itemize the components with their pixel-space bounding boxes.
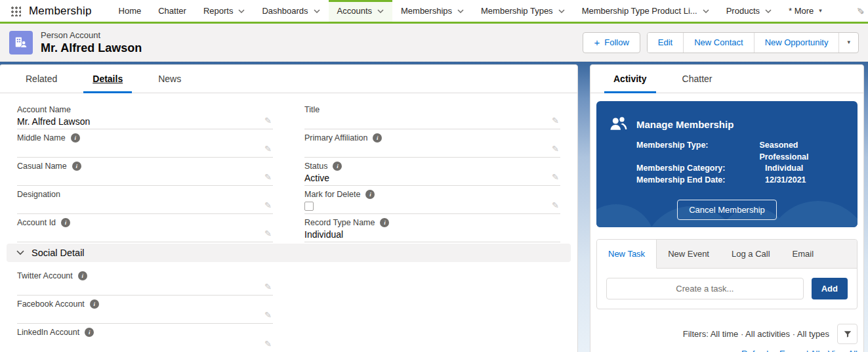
- chevron-down-icon[interactable]: [457, 9, 464, 13]
- chevron-down-icon[interactable]: [314, 9, 320, 13]
- nav-tab-accounts[interactable]: Accounts: [329, 0, 392, 22]
- edit-pencil-icon[interactable]: ✎: [264, 172, 272, 182]
- field-value: [17, 282, 273, 294]
- detail-form-right-column: Title ✎ Primary Affiliation i ✎ Status i…: [304, 101, 560, 242]
- field-value: [17, 311, 273, 322]
- person-account-icon: [9, 31, 33, 55]
- tab-news[interactable]: News: [149, 65, 190, 93]
- record-title-block: Person Account Mr. Alfred Lawson: [41, 30, 142, 55]
- info-icon[interactable]: i: [85, 328, 94, 337]
- add-task-button[interactable]: Add: [812, 278, 848, 299]
- info-icon[interactable]: i: [365, 190, 375, 199]
- field-value: Mr. Alfred Lawson: [17, 116, 273, 127]
- tab-email[interactable]: Email: [781, 240, 825, 268]
- edit-pencil-icon[interactable]: ✎: [552, 144, 559, 154]
- chevron-down-icon: [16, 250, 24, 255]
- section-social-detail[interactable]: Social Detail: [7, 244, 571, 262]
- app-launcher-waffle-icon[interactable]: [10, 6, 21, 16]
- edit-pencil-icon[interactable]: ✎: [264, 116, 272, 125]
- follow-button[interactable]: + Follow: [583, 32, 640, 53]
- cloud-decoration: [596, 204, 655, 227]
- app-nav-bar: Membership Home Chatter Reports Dashboar…: [0, 0, 868, 24]
- expand-all-link[interactable]: Expand All: [779, 349, 819, 352]
- refresh-link[interactable]: Refresh: [741, 349, 772, 352]
- edit-pencil-icon[interactable]: ✎: [552, 200, 559, 210]
- info-icon[interactable]: i: [333, 162, 342, 171]
- info-icon[interactable]: i: [78, 271, 87, 280]
- info-icon[interactable]: i: [71, 133, 80, 143]
- chevron-down-icon[interactable]: [765, 9, 772, 13]
- chevron-down-icon[interactable]: [377, 9, 384, 13]
- info-icon[interactable]: i: [380, 218, 389, 227]
- field-value: [17, 339, 273, 350]
- membership-info-rows: Membership Type: Seasoned Professional M…: [636, 140, 846, 186]
- more-actions-dropdown[interactable]: ▾: [839, 33, 858, 53]
- edit-pencil-icon[interactable]: ✎: [264, 200, 272, 210]
- action-button-group: Edit New Contact New Opportunity ▾: [647, 32, 859, 53]
- new-opportunity-button[interactable]: New Opportunity: [754, 33, 840, 53]
- nav-tab-dashboards[interactable]: Dashboards: [253, 0, 328, 22]
- field-facebook-account: Facebook Account i ✎: [17, 296, 273, 324]
- field-title: Title ✎: [304, 101, 560, 129]
- detail-tabs: Related Details News: [0, 65, 577, 93]
- field-casual-name: Casual Name i ✎: [17, 158, 273, 186]
- edit-pencil-icon[interactable]: ✎: [552, 172, 559, 182]
- new-contact-button[interactable]: New Contact: [684, 33, 754, 53]
- nav-tab-membership-type-product-lineitems[interactable]: Membership Type Product Li...: [573, 0, 718, 22]
- nav-tab-reports[interactable]: Reports: [195, 0, 254, 22]
- nav-tab-memberships[interactable]: Memberships: [392, 0, 472, 22]
- chevron-down-icon[interactable]: [558, 9, 565, 13]
- plus-icon: +: [594, 37, 600, 47]
- tab-related[interactable]: Related: [16, 65, 66, 93]
- nav-tab-products[interactable]: Products: [718, 0, 780, 22]
- edit-pencil-icon[interactable]: ✎: [264, 310, 272, 320]
- cancel-membership-button[interactable]: Cancel Membership: [677, 200, 777, 220]
- dropdown-triangle-icon[interactable]: ▾: [819, 8, 822, 14]
- detail-form-left-column: Account Name Mr. Alfred Lawson ✎ Middle …: [17, 101, 273, 242]
- field-value: Individual: [304, 229, 560, 240]
- filter-button[interactable]: [837, 324, 858, 344]
- nav-tab-membership-types[interactable]: Membership Types: [472, 0, 573, 22]
- nav-tab-chatter[interactable]: Chatter: [150, 0, 195, 22]
- edit-pencil-icon[interactable]: ✎: [552, 116, 559, 125]
- edit-button[interactable]: Edit: [648, 33, 684, 53]
- edit-pencil-icon[interactable]: ✎: [264, 339, 272, 349]
- tab-chatter-panel[interactable]: Chatter: [673, 65, 722, 93]
- manage-membership-card: Manage Membership Membership Type: Seaso…: [596, 101, 858, 227]
- edit-pencil-icon[interactable]: ✎: [264, 229, 272, 238]
- activity-panel-card: Activity Chatter Manage Membership Membe…: [590, 64, 864, 352]
- tab-activity[interactable]: Activity: [604, 65, 656, 93]
- field-designation: Designation ✎: [17, 186, 273, 214]
- manage-membership-header: Manage Membership: [608, 114, 846, 134]
- field-mark-for-delete: Mark for Delete i ✎: [304, 186, 560, 214]
- field-linkedin-account: LinkedIn Account i ✎: [17, 324, 273, 352]
- field-value: [304, 116, 560, 127]
- composer-body: Add: [597, 269, 857, 309]
- tab-new-event[interactable]: New Event: [657, 240, 720, 268]
- mark-for-delete-checkbox[interactable]: [304, 202, 314, 211]
- nav-tab-more[interactable]: * More ▾: [780, 0, 831, 22]
- info-icon[interactable]: i: [61, 218, 70, 227]
- field-value: [17, 229, 273, 240]
- tab-new-task[interactable]: New Task: [597, 240, 657, 269]
- edit-pencil-icon[interactable]: ✎: [264, 144, 272, 154]
- edit-nav-pencil-icon[interactable]: ✎: [844, 7, 866, 15]
- record-header: Person Account Mr. Alfred Lawson + Follo…: [0, 24, 868, 62]
- info-icon[interactable]: i: [72, 162, 81, 171]
- tab-log-a-call[interactable]: Log a Call: [720, 240, 781, 268]
- info-icon[interactable]: i: [90, 299, 99, 309]
- tab-details[interactable]: Details: [83, 65, 132, 93]
- chevron-down-icon[interactable]: [238, 9, 245, 13]
- edit-pencil-icon[interactable]: ✎: [264, 282, 272, 292]
- entity-type-label: Person Account: [41, 30, 142, 40]
- view-all-link[interactable]: View All: [828, 349, 858, 352]
- create-task-input[interactable]: [606, 278, 804, 299]
- chevron-down-icon[interactable]: [703, 9, 709, 13]
- manage-membership-title: Manage Membership: [636, 119, 734, 130]
- record-name: Mr. Alfred Lawson: [41, 41, 142, 55]
- field-primary-affiliation: Primary Affiliation i ✎: [304, 129, 560, 158]
- nav-tab-home[interactable]: Home: [110, 0, 150, 22]
- info-icon[interactable]: i: [373, 133, 382, 143]
- membership-type-row: Membership Type: Seasoned Professional: [636, 140, 846, 163]
- field-value: [304, 144, 560, 156]
